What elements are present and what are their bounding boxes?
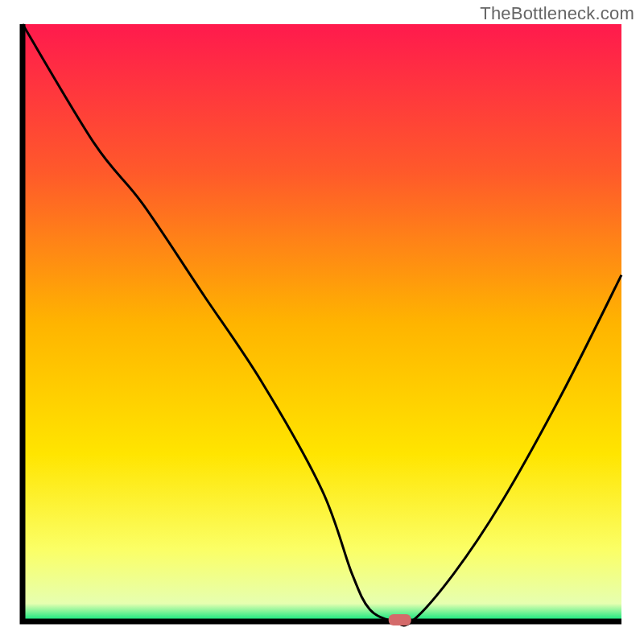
optimal-point-marker (389, 614, 411, 625)
bottleneck-chart (0, 0, 644, 644)
plot-background (23, 24, 621, 621)
chart-frame: TheBottleneck.com (0, 0, 644, 644)
watermark-text: TheBottleneck.com (480, 3, 634, 24)
